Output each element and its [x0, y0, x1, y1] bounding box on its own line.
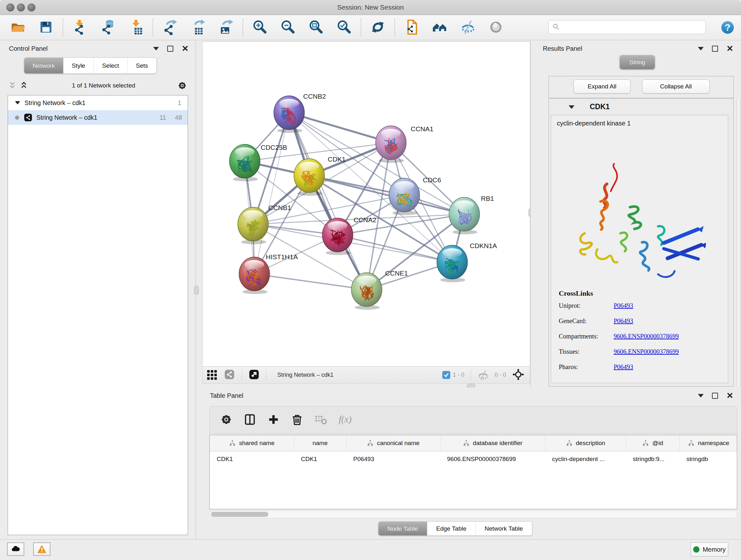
help-button[interactable]: ?	[720, 20, 735, 35]
table-cell: CDK1	[294, 451, 346, 467]
table-panel: Table Panel ✕ f(x) shared namenamecanoni…	[196, 388, 741, 540]
tab-edge-table[interactable]: Edge Table	[427, 522, 476, 536]
column-header-namespace[interactable]: namespace	[679, 435, 737, 451]
node-label-CDC25B: CDC25B	[261, 144, 287, 151]
grid-view-icon[interactable]	[205, 368, 219, 382]
apply-preferred-layout-button[interactable]	[368, 17, 387, 38]
app-window: Session: New Session ? Control Panel ✕ N…	[0, 0, 741, 560]
collection-expander-icon[interactable]	[15, 101, 20, 105]
show-columns-icon[interactable]	[241, 411, 259, 429]
birdseye-crosshair-icon[interactable]	[511, 368, 525, 382]
node-CDKN1A[interactable]: CDKN1A	[437, 242, 497, 282]
show-home-button[interactable]	[430, 17, 449, 38]
save-session-button[interactable]	[37, 17, 56, 38]
network-options-gear-icon[interactable]	[177, 80, 188, 91]
column-header--id[interactable]: @id	[626, 435, 679, 451]
search-input[interactable]	[559, 21, 705, 33]
crosslink-link[interactable]: 9606.ENSP00000378699	[614, 333, 679, 340]
delete-column-icon[interactable]	[288, 411, 306, 429]
column-header-shared-name[interactable]: shared name	[210, 435, 294, 451]
toolbar-separator	[152, 18, 153, 37]
crosslink-link[interactable]: P06493	[614, 363, 633, 371]
float-panel-icon[interactable]	[712, 46, 718, 52]
zoom-fit-content-button[interactable]	[307, 17, 326, 38]
expand-all-button[interactable]: Expand All	[574, 79, 630, 94]
selected-checkbox-icon[interactable]	[442, 371, 450, 379]
left-splitter-handle[interactable]	[194, 286, 199, 295]
panel-menu-icon[interactable]	[698, 47, 704, 51]
show-hidden-button[interactable]	[486, 17, 506, 38]
tab-node-table[interactable]: Node Table	[379, 522, 427, 536]
crosslink-link[interactable]: 9606.ENSP00000378699	[614, 348, 679, 355]
expand-all-icon[interactable]	[19, 80, 30, 91]
results-scrollbar[interactable]	[737, 98, 740, 386]
network-from-document-button[interactable]	[402, 17, 421, 38]
import-network-from-file-icon	[72, 19, 88, 36]
node-section-header[interactable]: CDK1	[549, 101, 733, 114]
close-panel-icon[interactable]: ✕	[726, 46, 733, 51]
panel-menu-icon[interactable]	[153, 47, 159, 51]
zoom-out-button[interactable]	[278, 17, 297, 38]
export-table-button[interactable]	[188, 17, 207, 38]
table-settings-gear-icon[interactable]	[217, 411, 235, 429]
node-CCNA1[interactable]: CCNA1	[376, 125, 433, 163]
export-network-button[interactable]	[160, 17, 179, 38]
cloud-status-button[interactable]	[7, 543, 24, 556]
tab-style[interactable]: Style	[64, 58, 94, 73]
node-label-CDKN1A: CDKN1A	[470, 242, 497, 249]
export-image-button[interactable]	[216, 17, 235, 38]
node-HIST1H1A[interactable]: HIST1H1A	[239, 253, 298, 294]
collapse-all-button[interactable]: Collapse All	[642, 79, 710, 94]
scrollbar-thumb[interactable]	[211, 512, 268, 517]
column-header-canonical-name[interactable]: canonical name	[346, 435, 440, 451]
results-panel-title: Results Panel	[543, 45, 582, 52]
collapse-all-icon[interactable]	[8, 80, 19, 91]
column-header-name[interactable]: name	[294, 435, 346, 451]
delete-table-icon	[312, 411, 330, 429]
network-row[interactable]: String Network – cdk1 11 48	[8, 110, 188, 125]
search-box[interactable]	[548, 20, 706, 34]
tab-string[interactable]: String	[620, 55, 655, 69]
network-overview-icon[interactable]	[222, 368, 237, 382]
float-panel-icon[interactable]	[167, 46, 173, 52]
detach-view-icon[interactable]	[247, 368, 261, 382]
warnings-button[interactable]	[33, 543, 51, 556]
table-panel-title: Table Panel	[210, 392, 244, 399]
network-canvas[interactable]: CCNB2CCNA1CDC25BCDK1CDC6RB1CCNB1CCNA2CDK…	[202, 42, 530, 367]
tab-network-table[interactable]: Network Table	[476, 522, 532, 536]
node-CCNE1[interactable]: CCNE1	[351, 269, 408, 310]
table-type-tabs: Node TableEdge TableNetwork Table	[378, 521, 532, 536]
crosslink-link[interactable]: P06493	[614, 317, 633, 325]
float-panel-icon[interactable]	[712, 393, 718, 399]
node-label-CCNA2: CCNA2	[354, 216, 376, 224]
crosslink-label: Tissues:	[559, 348, 614, 355]
column-header-description[interactable]: description	[545, 435, 626, 451]
crosslink-link[interactable]: P06493	[614, 302, 633, 309]
column-header-database-identifier[interactable]: database identifier	[440, 435, 545, 451]
table-cell: 9606.ENSP00000378699	[440, 451, 545, 467]
zoom-selected-button[interactable]	[334, 17, 354, 38]
window-title: Session: New Session	[0, 0, 741, 15]
import-network-from-database-button[interactable]	[98, 17, 118, 38]
zoom-out-icon	[280, 19, 296, 36]
tab-sets[interactable]: Sets	[128, 58, 156, 73]
section-expander-icon[interactable]	[569, 105, 575, 109]
panel-menu-icon[interactable]	[698, 394, 704, 397]
zoom-in-button[interactable]	[250, 17, 269, 38]
close-panel-icon[interactable]: ✕	[726, 393, 733, 398]
network-collection-row[interactable]: String Network – cdk1 1	[8, 96, 188, 110]
import-network-from-file-button[interactable]	[70, 17, 89, 38]
memory-button[interactable]: Memory	[690, 543, 728, 557]
hide-selected-button[interactable]	[458, 17, 477, 38]
import-table-from-file-button[interactable]	[126, 17, 145, 38]
tab-select[interactable]: Select	[94, 58, 128, 73]
table-row[interactable]: CDK1CDK1P064939606.ENSP00000378699cyclin…	[210, 451, 737, 467]
table-horizontal-scrollbar[interactable]	[209, 510, 737, 518]
add-column-icon[interactable]	[265, 411, 282, 429]
tab-network[interactable]: Network	[24, 58, 64, 73]
node-RB1[interactable]: RB1	[449, 195, 494, 234]
open-session-button[interactable]	[8, 17, 27, 38]
node-CCNB1[interactable]: CCNB1	[238, 204, 291, 244]
node-CCNB2[interactable]: CCNB2	[274, 92, 326, 133]
close-panel-icon[interactable]: ✕	[182, 46, 189, 51]
